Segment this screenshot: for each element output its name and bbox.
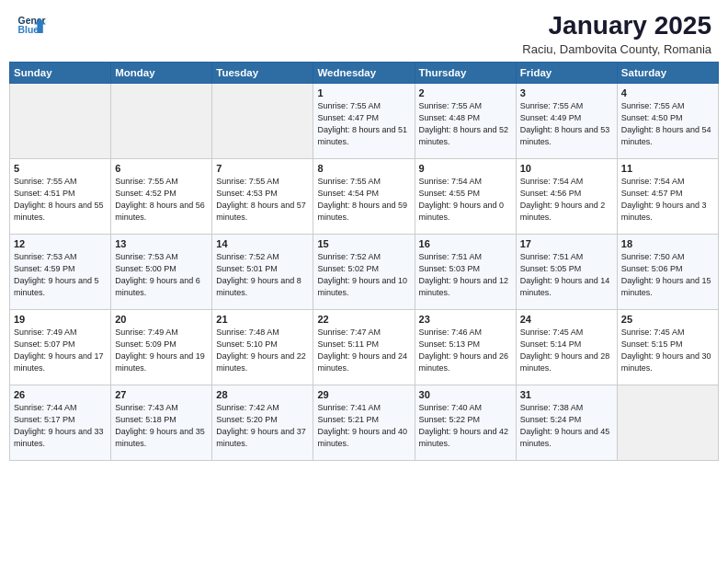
table-row: 7Sunrise: 7:55 AMSunset: 4:53 PMDaylight… xyxy=(212,159,313,235)
day-info: Sunrise: 7:55 AMSunset: 4:47 PMDaylight:… xyxy=(317,100,410,148)
day-number: 5 xyxy=(14,163,107,174)
table-row: 3Sunrise: 7:55 AMSunset: 4:49 PMDaylight… xyxy=(516,84,617,159)
day-number: 31 xyxy=(520,389,613,400)
table-row: 27Sunrise: 7:43 AMSunset: 5:18 PMDayligh… xyxy=(111,385,212,461)
table-row: 1Sunrise: 7:55 AMSunset: 4:47 PMDaylight… xyxy=(313,84,415,159)
day-info: Sunrise: 7:50 AMSunset: 5:06 PMDaylight:… xyxy=(621,251,714,299)
table-row: 21Sunrise: 7:48 AMSunset: 5:10 PMDayligh… xyxy=(212,310,313,385)
logo-icon: General Blue xyxy=(17,11,46,40)
day-info: Sunrise: 7:55 AMSunset: 4:48 PMDaylight:… xyxy=(419,100,512,148)
day-info: Sunrise: 7:51 AMSunset: 5:05 PMDaylight:… xyxy=(520,251,613,299)
day-number: 3 xyxy=(520,87,613,98)
table-row: 22Sunrise: 7:47 AMSunset: 5:11 PMDayligh… xyxy=(313,310,415,385)
day-info: Sunrise: 7:38 AMSunset: 5:24 PMDaylight:… xyxy=(520,402,613,450)
day-number: 27 xyxy=(115,389,208,400)
table-row: 24Sunrise: 7:45 AMSunset: 5:14 PMDayligh… xyxy=(516,310,617,385)
day-info: Sunrise: 7:44 AMSunset: 5:17 PMDaylight:… xyxy=(14,402,107,450)
table-row: 17Sunrise: 7:51 AMSunset: 5:05 PMDayligh… xyxy=(516,235,617,310)
title-block: January 2025 Raciu, Dambovita County, Ro… xyxy=(522,11,711,56)
day-number: 23 xyxy=(419,314,512,325)
day-info: Sunrise: 7:45 AMSunset: 5:15 PMDaylight:… xyxy=(621,327,714,374)
day-info: Sunrise: 7:52 AMSunset: 5:02 PMDaylight:… xyxy=(317,251,410,299)
table-row: 15Sunrise: 7:52 AMSunset: 5:02 PMDayligh… xyxy=(313,235,415,310)
col-tuesday: Tuesday xyxy=(212,63,313,84)
col-monday: Monday xyxy=(111,63,212,84)
day-info: Sunrise: 7:49 AMSunset: 5:09 PMDaylight:… xyxy=(115,327,208,374)
table-row: 23Sunrise: 7:46 AMSunset: 5:13 PMDayligh… xyxy=(415,310,516,385)
table-row: 8Sunrise: 7:55 AMSunset: 4:54 PMDaylight… xyxy=(313,159,415,235)
day-number: 8 xyxy=(317,163,410,174)
day-info: Sunrise: 7:52 AMSunset: 5:01 PMDaylight:… xyxy=(216,251,309,299)
day-number: 16 xyxy=(419,238,512,249)
day-info: Sunrise: 7:54 AMSunset: 4:56 PMDaylight:… xyxy=(520,176,613,224)
table-row xyxy=(10,84,111,159)
day-info: Sunrise: 7:45 AMSunset: 5:14 PMDaylight:… xyxy=(520,327,613,374)
day-number: 30 xyxy=(419,389,512,400)
table-row: 18Sunrise: 7:50 AMSunset: 5:06 PMDayligh… xyxy=(617,235,718,310)
day-number: 1 xyxy=(317,87,410,98)
page: General Blue January 2025 Raciu, Dambovi… xyxy=(0,0,728,563)
table-row: 14Sunrise: 7:52 AMSunset: 5:01 PMDayligh… xyxy=(212,235,313,310)
day-number: 2 xyxy=(419,87,512,98)
day-info: Sunrise: 7:53 AMSunset: 4:59 PMDaylight:… xyxy=(14,251,107,299)
table-row: 13Sunrise: 7:53 AMSunset: 5:00 PMDayligh… xyxy=(111,235,212,310)
table-row: 20Sunrise: 7:49 AMSunset: 5:09 PMDayligh… xyxy=(111,310,212,385)
day-number: 15 xyxy=(317,238,410,249)
day-number: 12 xyxy=(14,238,107,249)
day-info: Sunrise: 7:55 AMSunset: 4:52 PMDaylight:… xyxy=(115,176,208,224)
table-row: 5Sunrise: 7:55 AMSunset: 4:51 PMDaylight… xyxy=(10,159,111,235)
day-info: Sunrise: 7:49 AMSunset: 5:07 PMDaylight:… xyxy=(14,327,107,374)
day-info: Sunrise: 7:53 AMSunset: 5:00 PMDaylight:… xyxy=(115,251,208,299)
day-info: Sunrise: 7:47 AMSunset: 5:11 PMDaylight:… xyxy=(317,327,410,374)
day-number: 9 xyxy=(419,163,512,174)
day-number: 19 xyxy=(14,314,107,325)
day-info: Sunrise: 7:41 AMSunset: 5:21 PMDaylight:… xyxy=(317,402,410,450)
table-row: 19Sunrise: 7:49 AMSunset: 5:07 PMDayligh… xyxy=(10,310,111,385)
calendar: Sunday Monday Tuesday Wednesday Thursday… xyxy=(0,62,728,563)
day-info: Sunrise: 7:42 AMSunset: 5:20 PMDaylight:… xyxy=(216,402,309,450)
table-row xyxy=(212,84,313,159)
table-row: 26Sunrise: 7:44 AMSunset: 5:17 PMDayligh… xyxy=(10,385,111,461)
table-row: 4Sunrise: 7:55 AMSunset: 4:50 PMDaylight… xyxy=(617,84,718,159)
col-saturday: Saturday xyxy=(617,63,718,84)
day-number: 29 xyxy=(317,389,410,400)
day-number: 24 xyxy=(520,314,613,325)
table-row xyxy=(111,84,212,159)
day-number: 25 xyxy=(621,314,714,325)
table-row: 29Sunrise: 7:41 AMSunset: 5:21 PMDayligh… xyxy=(313,385,415,461)
day-number: 10 xyxy=(520,163,613,174)
table-row: 12Sunrise: 7:53 AMSunset: 4:59 PMDayligh… xyxy=(10,235,111,310)
day-number: 21 xyxy=(216,314,309,325)
day-info: Sunrise: 7:55 AMSunset: 4:50 PMDaylight:… xyxy=(621,100,714,148)
table-row: 16Sunrise: 7:51 AMSunset: 5:03 PMDayligh… xyxy=(415,235,516,310)
table-row: 6Sunrise: 7:55 AMSunset: 4:52 PMDaylight… xyxy=(111,159,212,235)
col-wednesday: Wednesday xyxy=(313,63,415,84)
table-row: 2Sunrise: 7:55 AMSunset: 4:48 PMDaylight… xyxy=(415,84,516,159)
col-sunday: Sunday xyxy=(10,63,111,84)
table-row: 30Sunrise: 7:40 AMSunset: 5:22 PMDayligh… xyxy=(415,385,516,461)
day-number: 11 xyxy=(621,163,714,174)
col-friday: Friday xyxy=(516,63,617,84)
day-number: 20 xyxy=(115,314,208,325)
table-row: 11Sunrise: 7:54 AMSunset: 4:57 PMDayligh… xyxy=(617,159,718,235)
day-info: Sunrise: 7:43 AMSunset: 5:18 PMDaylight:… xyxy=(115,402,208,450)
day-info: Sunrise: 7:54 AMSunset: 4:55 PMDaylight:… xyxy=(419,176,512,224)
table-row: 25Sunrise: 7:45 AMSunset: 5:15 PMDayligh… xyxy=(617,310,718,385)
day-number: 7 xyxy=(216,163,309,174)
svg-text:Blue: Blue xyxy=(18,25,40,35)
day-info: Sunrise: 7:55 AMSunset: 4:54 PMDaylight:… xyxy=(317,176,410,224)
day-info: Sunrise: 7:54 AMSunset: 4:57 PMDaylight:… xyxy=(621,176,714,224)
day-number: 18 xyxy=(621,238,714,249)
day-number: 6 xyxy=(115,163,208,174)
day-info: Sunrise: 7:40 AMSunset: 5:22 PMDaylight:… xyxy=(419,402,512,450)
day-info: Sunrise: 7:55 AMSunset: 4:53 PMDaylight:… xyxy=(216,176,309,224)
day-number: 14 xyxy=(216,238,309,249)
day-number: 26 xyxy=(14,389,107,400)
day-info: Sunrise: 7:46 AMSunset: 5:13 PMDaylight:… xyxy=(419,327,512,374)
table-row: 31Sunrise: 7:38 AMSunset: 5:24 PMDayligh… xyxy=(516,385,617,461)
col-thursday: Thursday xyxy=(415,63,516,84)
calendar-table: Sunday Monday Tuesday Wednesday Thursday… xyxy=(9,62,719,461)
day-number: 22 xyxy=(317,314,410,325)
subtitle: Raciu, Dambovita County, Romania xyxy=(522,42,711,56)
header: General Blue January 2025 Raciu, Dambovi… xyxy=(0,0,728,62)
